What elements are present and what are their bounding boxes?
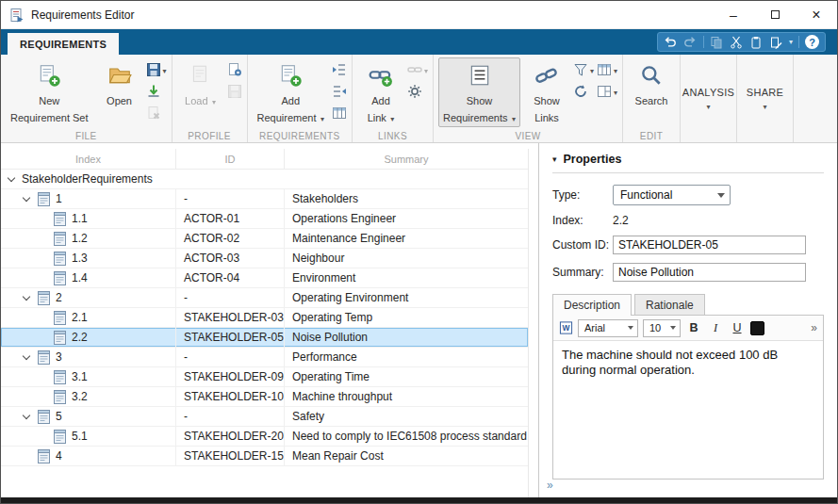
link-options-button[interactable]: ▾ — [407, 62, 428, 80]
promote-requirement-button[interactable] — [332, 62, 347, 80]
close-requirement-set-button[interactable] — [146, 106, 167, 123]
summary-cell: Safety — [285, 407, 528, 426]
show-requirements-button[interactable]: Show Requirements ▾ — [438, 57, 520, 127]
load-profile-button[interactable]: Load ▾ — [177, 57, 224, 127]
chevron-down-icon[interactable] — [23, 351, 30, 359]
table-row[interactable]: 5-Safety — [1, 407, 528, 427]
custom-id-input[interactable] — [613, 236, 806, 254]
italic-button[interactable]: I — [707, 319, 724, 336]
maximize-icon — [771, 10, 780, 19]
underline-button[interactable]: U — [729, 319, 746, 336]
chevron-down-icon[interactable] — [23, 411, 30, 418]
summary-cell: Stakeholders — [285, 189, 528, 208]
open-button[interactable]: Open — [96, 57, 143, 127]
save-button[interactable]: ▾ — [146, 62, 167, 80]
refresh-button[interactable] — [573, 84, 594, 102]
description-text[interactable]: The machine should not exceed 100 dB dur… — [553, 341, 823, 479]
help-icon[interactable]: ? — [805, 35, 819, 49]
table-row[interactable]: 1.2ACTOR-02Maintenance Engineer — [1, 229, 528, 249]
paste-icon[interactable] — [749, 35, 764, 49]
bold-button[interactable]: B — [685, 319, 702, 336]
chevron-down-icon[interactable] — [23, 292, 30, 300]
tab-description[interactable]: Description — [552, 294, 632, 316]
tab-requirements[interactable]: REQUIREMENTS — [8, 33, 119, 55]
add-requirement-button[interactable]: Add Requirement ▾ — [253, 57, 329, 127]
section-analysis[interactable]: ANALYSIS ▾ — [681, 55, 737, 142]
section-links: Add Link ▾ ▾ LINKS — [353, 55, 434, 142]
id-cell: ACTOR-01 — [176, 209, 285, 228]
requirements-table-icon — [332, 106, 347, 124]
column-header-summary[interactable]: Summary — [285, 149, 528, 169]
demote-requirement-icon — [332, 84, 347, 103]
save-profile-button[interactable] — [227, 84, 242, 102]
id-cell: ACTOR-03 — [176, 249, 285, 268]
annotate-icon[interactable] — [769, 35, 783, 49]
table-row[interactable]: 3.1STAKEHOLDER-09Operating Time — [1, 367, 528, 387]
load-label: Load — [185, 95, 207, 106]
section-share[interactable]: SHARE ▾ — [737, 55, 794, 142]
save-icon — [146, 62, 161, 81]
link-settings-button[interactable] — [407, 84, 428, 102]
properties-panel: ▾ Properties Type: Functional Index: 2.2… — [538, 143, 837, 497]
type-select[interactable]: Functional — [613, 185, 731, 205]
panel-overflow-icon[interactable]: » — [547, 479, 553, 492]
table-row[interactable]: 1-Stakeholders — [1, 189, 528, 209]
import-icon — [146, 84, 161, 103]
id-cell: - — [176, 189, 285, 208]
open-label: Open — [107, 95, 132, 106]
columns-button[interactable]: ▾ — [597, 62, 617, 80]
chevron-down-icon[interactable]: ▾ — [789, 38, 793, 46]
tab-rationale[interactable]: Rationale — [634, 294, 705, 315]
table-row[interactable]: 1.4ACTOR-04Environment — [1, 268, 528, 288]
maximize-button[interactable] — [754, 1, 796, 28]
column-header-id[interactable]: ID — [176, 149, 285, 169]
table-row[interactable]: 4STAKEHOLDER-15Mean Repair Cost — [1, 447, 528, 466]
table-row[interactable]: 5.1STAKEHOLDER-20Need to comply to IEC61… — [1, 427, 528, 447]
index-cell: 2 — [1, 288, 176, 307]
show-links-button[interactable]: Show Links — [523, 57, 570, 127]
table-row[interactable]: 1.3ACTOR-03Neighbour — [1, 249, 528, 268]
undo-icon[interactable] — [664, 35, 678, 49]
cut-icon[interactable] — [730, 35, 744, 49]
layout-button[interactable]: ▾ — [597, 84, 617, 102]
minimize-button[interactable]: – — [713, 1, 754, 28]
chevron-down-icon[interactable] — [8, 173, 15, 181]
table-row[interactable]: 3-Performance — [1, 348, 528, 367]
share-label: SHARE — [747, 87, 783, 98]
table-row[interactable]: 2-Operating Environment — [1, 288, 528, 308]
row-index: 5 — [56, 410, 62, 423]
column-header-index[interactable]: Index — [1, 149, 176, 169]
import-button[interactable] — [146, 84, 167, 102]
profile-editor-icon — [227, 62, 242, 81]
word-icon[interactable]: W — [559, 321, 573, 335]
properties-header[interactable]: ▾ Properties — [552, 151, 824, 173]
new-requirement-set-icon — [37, 61, 61, 89]
new-requirement-set-button[interactable]: New Requirement Set — [6, 57, 93, 127]
table-row[interactable]: 1.1ACTOR-01Operations Engineer — [1, 209, 528, 229]
font-select[interactable]: Arial — [578, 319, 638, 337]
add-link-button[interactable]: Add Link ▾ — [357, 57, 404, 127]
table-row-root[interactable]: StakeholderRequirements — [1, 170, 528, 189]
font-color-swatch[interactable] — [750, 321, 764, 335]
chevron-down-icon[interactable] — [23, 193, 30, 201]
font-size-select[interactable]: 10 — [643, 319, 681, 337]
profile-editor-button[interactable] — [227, 62, 242, 80]
chevron-down-icon: ▾ — [764, 103, 767, 111]
copy-icon[interactable] — [710, 35, 724, 49]
demote-requirement-button[interactable] — [332, 84, 347, 102]
filter-button[interactable]: ▾ — [573, 62, 594, 80]
table-row[interactable]: 2.2STAKEHOLDER-05Noise Pollution — [1, 328, 528, 348]
table-row[interactable]: 3.2STAKEHOLDER-10Machine throughput — [1, 387, 528, 407]
redo-icon[interactable] — [683, 35, 698, 49]
toolbar-overflow-icon[interactable]: » — [811, 321, 817, 334]
table-row[interactable]: 2.1STAKEHOLDER-03Operating Temp — [1, 308, 528, 328]
section-label-profile: PROFILE — [173, 131, 247, 141]
requirements-table-button[interactable] — [332, 106, 347, 123]
index-cell: 5 — [1, 407, 176, 426]
requirements-editor-window: Requirements Editor – × REQUIREMENTS ▾ ? — [0, 0, 838, 504]
search-button[interactable]: Search — [628, 57, 675, 127]
summary-input[interactable] — [613, 263, 806, 282]
close-button[interactable]: × — [796, 1, 837, 28]
svg-text:W: W — [563, 323, 570, 333]
window-bottom-edge — [1, 497, 837, 503]
